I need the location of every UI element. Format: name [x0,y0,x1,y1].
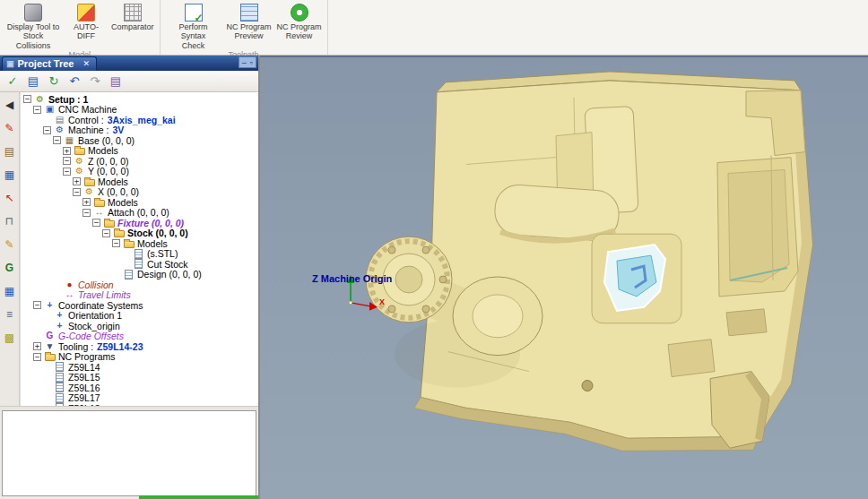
ribbon-button-label: Comparator [111,22,154,31]
panel-window-controls: –▫ [239,56,256,68]
tree-scroll-area[interactable]: −⚙Setup : 1−▣CNC Machine▤Control :3Axis_… [20,92,258,406]
ribbon-button-label: Display Tool to Stock Collisions [5,22,61,50]
tree-item-travel-limits[interactable]: ↔Travel Limits [21,290,258,301]
project-tree-tab[interactable]: ▣ Project Tree ✕ [2,56,97,71]
collapse-toggle[interactable]: − [33,106,41,114]
project-tree-body: ◀✎▤▦↖⊓✎G▦≡▩ −⚙Setup : 1−▣CNC Machine▤Con… [0,92,258,406]
ribbon-groups: Display Tool to Stock CollisionsAUTO- DI… [0,0,328,55]
viewport-3d[interactable]: X Z Machine Origin [260,56,868,499]
tree-item-fixture-0-0-0[interactable]: −Fixture (0, 0, 0) [21,218,258,228]
pointer-icon[interactable]: ↖ [3,191,17,205]
tree-item-label: Stock_origin [68,321,120,331]
tree-item-coordinate-systems[interactable]: −+Coordinate Systems [21,300,258,311]
tree-item-label: Coordinate Systems [58,300,143,311]
tree-item-design-0-0-0[interactable]: Design (0, 0, 0) [21,270,258,280]
machine-icon: ⚙ [54,125,65,135]
float-panel-icon[interactable]: ▫ [250,58,253,67]
collapse-toggle[interactable]: − [82,209,91,217]
brush-icon[interactable]: ✎ [3,121,17,135]
gcode-check-icon[interactable]: G [3,261,17,275]
clipboard-icon[interactable]: ▤ [25,73,41,90]
report-icon[interactable]: ▤ [108,73,124,90]
tree-item-models[interactable]: +Models [21,176,258,187]
minimize-panel-icon[interactable]: – [242,58,247,67]
tree-item-x-0-0-0[interactable]: −⚙X (0, 0, 0) [21,187,258,198]
expand-toggle[interactable]: + [82,198,91,206]
display-tool-to-stock-collisions-button[interactable]: Display Tool to Stock Collisions [3,2,64,50]
nc-program-review-button[interactable]: NC Program Review [274,2,325,50]
progress-strip [139,495,258,499]
tree-item-orientation-1[interactable]: +Orientation 1 [21,311,258,322]
redo-icon[interactable]: ↷ [87,73,103,90]
collapse-toggle[interactable]: − [92,219,100,227]
tree-item-cut-stock[interactable]: Cut Stock [21,259,258,270]
tree-item-z-0-0-0[interactable]: −⚙Z (0, 0, 0) [21,156,258,167]
table-icon[interactable]: ▦ [3,168,17,182]
collapse-toggle[interactable]: − [63,168,71,176]
collapse-toggle[interactable]: − [73,188,81,196]
pan-arrow-icon[interactable]: ◀ [3,98,17,112]
ribbon: Display Tool to Stock CollisionsAUTO- DI… [0,0,868,56]
collapse-toggle[interactable]: − [63,157,71,165]
close-panel-icon[interactable]: ✕ [83,59,91,68]
expand-toggle[interactable]: + [73,177,81,185]
verify-edit-icon[interactable]: ✓ [4,73,21,90]
tree-item-attach-0-0-0[interactable]: −↔Attach (0, 0, 0) [21,208,258,219]
tree-item-setup-1[interactable]: −⚙Setup : 1 [21,94,258,105]
tree-item-g-code-offsets[interactable]: GG-Code Offsets [21,331,258,342]
tree-item-models[interactable]: +Models [21,146,258,157]
machine-origin-label: Z Machine Origin [312,273,392,284]
collapse-toggle[interactable]: − [33,353,41,361]
x-axis-label: X [379,297,385,306]
ribbon-button-label: AUTO- DIFF [74,22,99,41]
expand-toggle[interactable]: + [63,147,71,155]
tree-item-y-0-0-0[interactable]: −⚙Y (0, 0, 0) [21,167,258,177]
comparator-button[interactable]: Comparator [108,2,157,50]
tree-item-z59l14[interactable]: Z59L14 [21,362,258,373]
stl-doc-icon [133,249,144,259]
layers-icon[interactable]: ≡ [3,307,17,322]
tree-item-collision[interactable]: ●Collision [21,280,258,290]
tree-item-models[interactable]: −Models [21,238,258,249]
tree-item-stock-0-0-0[interactable]: −Stock (0, 0, 0) [21,228,258,239]
axis-x-icon: ⚙ [83,187,95,197]
collapse-toggle[interactable]: − [33,301,41,309]
tree-item-stock-origin[interactable]: +Stock_origin [21,321,258,331]
tree-item-label: Z (0, 0, 0) [88,156,129,167]
tree-item-machine[interactable]: −⚙Machine :3V [21,125,258,136]
collapse-toggle[interactable]: − [112,239,120,247]
tree-item-s-stl[interactable]: (s.STL) [21,249,258,260]
auto-diff-icon [77,4,95,22]
base-icon: ▦ [64,135,75,145]
tree-item-models[interactable]: +Models [21,197,258,208]
undo-icon[interactable]: ↶ [66,73,82,90]
coordinate-systems-icon: + [44,300,56,310]
measure-icon[interactable]: ✎ [3,237,17,252]
perform-syntax-check-button[interactable]: Perform Syntax Check [163,2,224,50]
tree-item-control[interactable]: ▤Control :3Axis_meg_kai [21,115,258,125]
collapse-toggle[interactable]: − [102,229,110,237]
machined-part-model [366,72,812,451]
tree-item-z59l15[interactable]: Z59L15 [21,373,258,383]
collapse-toggle[interactable]: − [53,136,61,144]
tree-item-tooling[interactable]: +▼Tooling :Z59L14-23 [21,341,258,352]
tree-item-base-0-0-0[interactable]: −▦Base (0, 0, 0) [21,135,258,146]
application-window: Display Tool to Stock CollisionsAUTO- DI… [0,0,868,499]
auto-diff-button[interactable]: AUTO- DIFF [64,2,108,50]
sync-icon[interactable]: ↻ [46,73,62,90]
library-icon[interactable]: ▤ [3,144,17,159]
project-tree-header: ▣ Project Tree ✕ –▫ [0,56,258,71]
tree-item-z59l16[interactable]: Z59L16 [21,383,258,393]
expand-toggle[interactable]: + [33,342,41,350]
tree-item-label: Z59L17 [68,392,100,403]
tree-item-nc-programs[interactable]: −NC Programs [21,352,258,363]
tree-item-cnc-machine[interactable]: −▣CNC Machine [21,105,258,116]
swatch-icon[interactable]: ▩ [3,331,17,345]
attach-icon: ↔ [93,208,105,218]
collapse-toggle[interactable]: − [23,95,31,103]
grid-icon[interactable]: ▦ [3,284,17,298]
tree-item-z59l17[interactable]: Z59L17 [21,393,258,404]
nc-program-preview-button[interactable]: NC Program Preview [224,2,274,50]
clamp-icon[interactable]: ⊓ [3,214,17,228]
collapse-toggle[interactable]: − [43,126,51,134]
